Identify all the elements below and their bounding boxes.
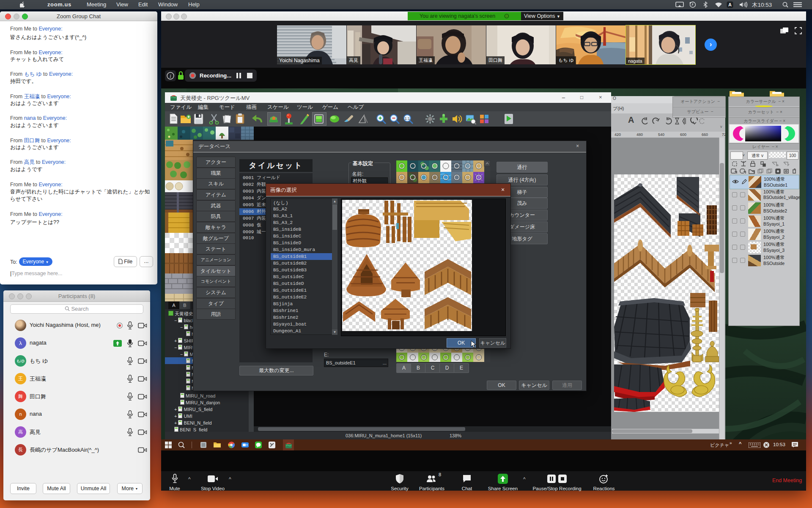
svg-text:A: A: [728, 2, 732, 7]
svg-text:i: i: [170, 73, 171, 79]
svg-text:1:1: 1:1: [405, 116, 410, 121]
